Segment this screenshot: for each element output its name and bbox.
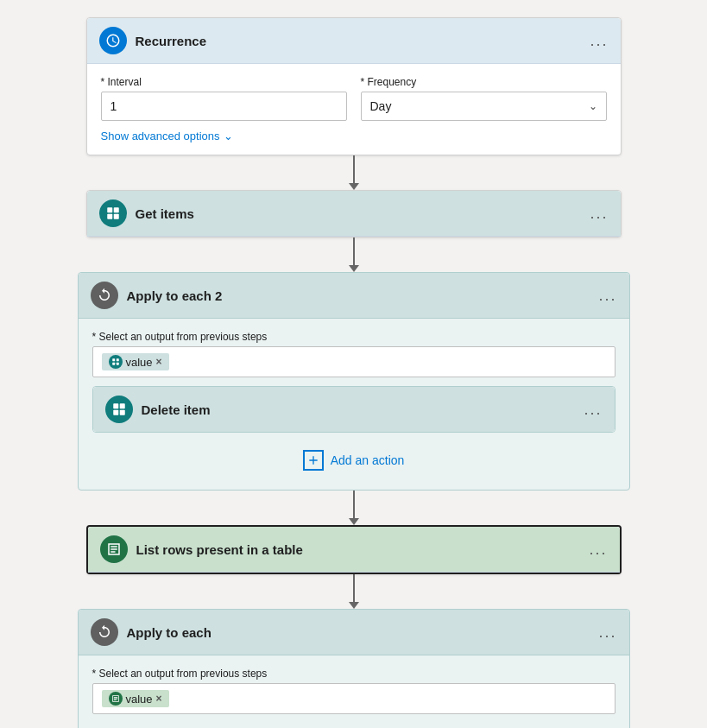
apply-each-body: * Select an output from previous steps v… (79, 655, 629, 721)
arrow-head-2 (349, 265, 359, 272)
tag-close-2[interactable]: × (156, 356, 162, 368)
interval-input[interactable] (101, 92, 347, 121)
svg-rect-0 (107, 207, 112, 212)
add-action-label-2: Add an action (331, 453, 405, 467)
show-advanced-chevron: ⌄ (224, 130, 233, 142)
frequency-label: * Frequency (361, 76, 607, 88)
svg-rect-3 (113, 214, 118, 219)
svg-rect-4 (112, 358, 115, 361)
recurrence-body: * Interval * Frequency Day ⌄ Show advanc… (87, 64, 621, 155)
delete-item-icon (105, 396, 133, 423)
list-rows-header: List rows present in a table ... (88, 527, 620, 573)
apply-each-2-menu[interactable]: ... (598, 287, 616, 305)
apply-each-2-title: Apply to each 2 (127, 288, 590, 303)
list-rows-menu[interactable]: ... (589, 541, 607, 559)
delete-item-menu[interactable]: ... (584, 401, 602, 419)
frequency-select[interactable]: Day ⌄ (361, 92, 607, 121)
apply-each-header: Apply to each ... (79, 610, 629, 655)
get-items-menu[interactable]: ... (590, 205, 608, 223)
value-tag: value × (102, 690, 169, 707)
arrow-head-4 (349, 602, 359, 609)
frequency-group: * Frequency Day ⌄ (361, 76, 607, 121)
recurrence-menu[interactable]: ... (590, 32, 608, 50)
apply-each-title: Apply to each (127, 625, 590, 640)
list-rows-title: List rows present in a table (136, 542, 581, 557)
svg-rect-9 (119, 403, 124, 408)
arrow-2 (349, 237, 359, 272)
get-items-header: Get items ... (87, 191, 621, 237)
arrow-line-4 (353, 574, 355, 602)
tags-input[interactable]: value × (92, 683, 615, 714)
svg-rect-11 (119, 410, 124, 415)
frequency-dropdown-arrow: ⌄ (589, 100, 597, 112)
arrow-4 (349, 574, 359, 609)
svg-rect-1 (113, 207, 118, 212)
apply-each-2-body: * Select an output from previous steps v… (79, 319, 629, 478)
select-output-label-2: * Select an output from previous steps (92, 331, 615, 343)
recurrence-fields: * Interval * Frequency Day ⌄ (101, 76, 607, 121)
apply-each-2-icon (91, 282, 118, 309)
arrow-line-3 (353, 491, 355, 518)
select-output-label: * Select an output from previous steps (92, 668, 615, 680)
tags-input-2[interactable]: value × (92, 346, 615, 377)
apply-each-2-header: Apply to each 2 ... (79, 273, 629, 319)
add-action-icon-2 (303, 450, 324, 471)
apply-each-icon (91, 618, 118, 646)
delete-item-card: Delete item ... (92, 386, 615, 433)
show-advanced-label: Show advanced options (101, 130, 220, 142)
delete-item-title: Delete item (142, 402, 576, 417)
arrow-3 (349, 491, 359, 525)
add-action-button-2[interactable]: Add an action (92, 450, 615, 471)
svg-rect-5 (116, 358, 118, 361)
show-advanced-link[interactable]: Show advanced options ⌄ (101, 130, 607, 142)
tag-icon (109, 692, 123, 706)
tag-label-2: value (126, 356, 153, 369)
tag-icon-2 (109, 355, 123, 369)
arrow-head-1 (349, 183, 359, 190)
arrow-line-2 (353, 237, 355, 265)
apply-each-select-group: * Select an output from previous steps v… (92, 668, 615, 714)
recurrence-icon (99, 27, 127, 54)
apply-each-menu[interactable]: ... (598, 624, 616, 642)
svg-rect-6 (112, 363, 115, 365)
tag-close[interactable]: × (156, 693, 162, 705)
frequency-value: Day (370, 99, 392, 113)
apply-each-2-select-label: * Select an output from previous steps v… (92, 331, 615, 377)
svg-rect-8 (113, 403, 118, 408)
delete-item-header: Delete item ... (93, 387, 615, 432)
interval-label: * Interval (101, 76, 347, 88)
get-items-title: Get items (136, 206, 582, 221)
value-tag-2: value × (102, 353, 169, 370)
get-items-card: Get items ... (86, 190, 622, 237)
svg-rect-7 (116, 363, 118, 365)
tag-label: value (126, 693, 153, 706)
list-rows-card: List rows present in a table ... (86, 525, 622, 574)
recurrence-title: Recurrence (136, 34, 582, 48)
list-rows-icon (100, 535, 128, 563)
recurrence-header: Recurrence ... (87, 18, 621, 64)
interval-group: * Interval (101, 76, 347, 121)
arrow-head-3 (349, 518, 359, 525)
apply-each-2-wrapper: Apply to each 2 ... * Select an output f… (78, 272, 630, 491)
arrow-1 (349, 155, 359, 190)
apply-each-wrapper: Apply to each ... * Select an output fro… (78, 609, 630, 728)
arrow-line-1 (353, 155, 355, 183)
svg-rect-10 (113, 410, 118, 415)
svg-rect-2 (107, 214, 112, 219)
get-items-icon (99, 199, 127, 227)
recurrence-card: Recurrence ... * Interval * Frequency Da… (86, 17, 622, 155)
